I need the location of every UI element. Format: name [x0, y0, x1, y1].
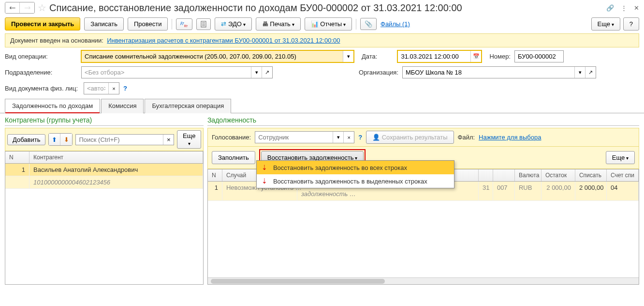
more-button[interactable]: Еще — [591, 17, 620, 31]
separator — [172, 19, 172, 30]
doctype-clear-icon[interactable]: × — [108, 83, 119, 94]
help-button[interactable]: ? — [623, 17, 639, 31]
col-acc — [493, 169, 515, 181]
col-n: N — [208, 169, 222, 181]
nav-buttons: 🡐 🡒 — [5, 2, 35, 14]
vote-help-icon[interactable]: ? — [358, 134, 362, 141]
number-field[interactable] — [515, 51, 563, 62]
number-label: Номер: — [489, 53, 511, 60]
arrow-down-icon: ⇣ — [262, 177, 269, 185]
help-hint-icon[interactable]: ? — [123, 85, 127, 92]
operation-select[interactable] — [82, 51, 343, 62]
org-label: Организация: — [359, 69, 398, 76]
print-button[interactable]: 🖶 Печать — [256, 17, 301, 31]
tab-debt[interactable]: Задолженность по доходам — [5, 99, 100, 113]
vote-label: Голосование: — [212, 134, 251, 141]
col-account: Счет спи — [607, 169, 639, 181]
left-more-button[interactable]: Еще — [177, 130, 201, 149]
vote-field[interactable] — [255, 132, 333, 143]
subdivision-label: Подразделение: — [5, 69, 77, 76]
link-icon[interactable]: 🔗 — [606, 4, 614, 12]
doctype-label: Вид документа физ. лиц: — [5, 85, 80, 92]
operation-label: Вид операции: — [5, 53, 77, 60]
doctype-field[interactable] — [84, 83, 108, 94]
move-down-icon[interactable]: ⬇ — [60, 134, 72, 145]
restore-dropdown: ⇣ Восстановить задолженность во всех стр… — [256, 160, 454, 188]
col-rest: Остаток — [542, 169, 575, 181]
svg-text:Кт: Кт — [184, 24, 188, 28]
left-pane-title: Контрагенты (группы учета) — [5, 116, 204, 126]
file-label: Файл: — [458, 134, 475, 141]
tab-commission[interactable]: Комиссия — [101, 99, 144, 113]
operation-dropdown-icon[interactable]: ▾ — [343, 51, 353, 62]
edo-button[interactable]: ⇄ ЭДО — [215, 17, 251, 31]
horizontal-scrollbar[interactable] — [208, 277, 639, 284]
table-row[interactable]: 1 Васильев Анатолий Александрович — [5, 164, 203, 176]
subdivision-open-icon[interactable]: ↗ — [262, 67, 272, 78]
right-more-button[interactable]: Еще — [606, 151, 635, 164]
vote-clear-icon[interactable]: × — [343, 132, 354, 143]
move-up-icon[interactable]: ⬆ — [49, 134, 60, 145]
subdivision-dropdown-icon[interactable]: ▾ — [251, 67, 262, 78]
col-contragent: Контрагент — [29, 152, 203, 163]
file-link[interactable]: Нажмите для выбора — [479, 134, 541, 141]
reports-button[interactable]: 📊 Отчеты — [305, 17, 352, 31]
files-link[interactable]: Файлы (1) — [381, 20, 410, 28]
table-row[interactable]: 1010000000004602123456 — [5, 176, 203, 189]
calendar-icon[interactable]: 📅 — [470, 51, 481, 62]
col-d1 — [479, 169, 493, 181]
restore-selected-rows-item[interactable]: ⇣ Восстановить задолженность в выделенны… — [257, 174, 454, 188]
search-clear-icon[interactable]: × — [163, 135, 174, 145]
nav-back-button[interactable]: 🡐 — [5, 2, 20, 13]
document-icon[interactable] — [196, 18, 211, 30]
separator — [356, 19, 356, 30]
org-field[interactable] — [403, 67, 574, 78]
right-pane-title: Задолженность — [207, 116, 639, 126]
tab-accounting[interactable]: Бухгалтерская операция — [145, 99, 231, 113]
search-input[interactable] — [76, 135, 163, 145]
add-button[interactable]: Добавить — [7, 134, 45, 145]
date-field[interactable] — [398, 51, 470, 62]
vote-dropdown-icon[interactable]: ▾ — [333, 132, 343, 143]
org-open-icon[interactable]: ↗ — [585, 67, 596, 78]
post-button[interactable]: Провести — [128, 17, 168, 31]
org-dropdown-icon[interactable]: ▾ — [574, 67, 585, 78]
basis-link[interactable]: Инвентаризация расчетов с контрагентами … — [107, 37, 340, 44]
arrow-down-icon: ⇣ — [262, 164, 269, 171]
nav-forward-button[interactable]: 🡒 — [20, 2, 34, 13]
kebab-icon[interactable]: ⋮ — [621, 4, 627, 12]
col-currency: Валюта — [515, 169, 542, 181]
favorite-star-icon[interactable]: ☆ — [38, 2, 46, 14]
basis-bar: Документ введен на основании: Инвентариз… — [5, 33, 639, 47]
save-results-button[interactable]: 👤 Сохранить результаты — [366, 131, 454, 144]
save-button[interactable]: Записать — [84, 17, 124, 31]
subdivision-field[interactable] — [82, 67, 251, 78]
col-write: Списать — [575, 169, 607, 181]
post-and-close-button[interactable]: Провести и закрыть — [5, 17, 80, 31]
move-buttons: ⬆ ⬇ — [48, 133, 73, 146]
restore-all-rows-item[interactable]: ⇣ Восстановить задолженность во всех стр… — [257, 161, 454, 174]
close-icon[interactable]: ✕ — [634, 4, 639, 12]
col-n: N — [5, 152, 29, 163]
attach-icon[interactable]: 📎 — [360, 18, 377, 30]
date-label: Дата: — [362, 53, 377, 60]
window-title: Списание, восстановление задолженности п… — [49, 2, 603, 14]
fill-button[interactable]: Заполнить — [212, 151, 255, 164]
basis-label: Документ введен на основании: — [10, 37, 103, 44]
dt-kt-icon[interactable]: ДтКт — [176, 18, 192, 30]
